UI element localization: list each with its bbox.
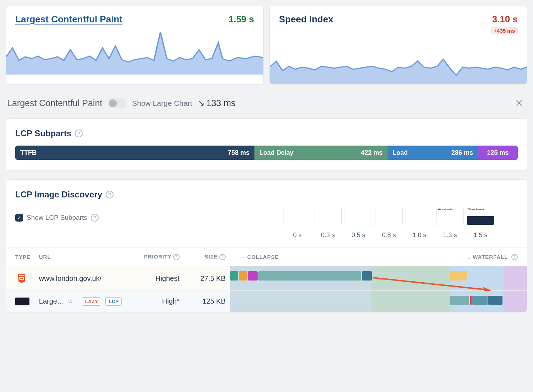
row-url-sub: w…: [68, 298, 78, 304]
close-icon[interactable]: ✕: [512, 96, 526, 110]
col-priority[interactable]: PRIORITY?: [134, 248, 184, 266]
svg-line-0: [373, 278, 487, 290]
filmstrip-thumb[interactable]: [375, 207, 403, 225]
waterfall-table: TYPE URL PRIORITY? SIZE? → COLLAPSE: [6, 247, 527, 312]
row-priority: High*: [134, 291, 184, 312]
checkbox-label: Show LCP Subparts: [27, 214, 87, 222]
help-icon[interactable]: ?: [75, 130, 83, 137]
detail-title: Largest Contentful Paint: [7, 98, 102, 108]
filmstrip-time: 1.5 s: [467, 232, 494, 239]
lcp-pill: LCP: [105, 297, 122, 306]
image-icon: [15, 298, 29, 305]
toggle-knob: [109, 99, 117, 107]
large-chart-toggle[interactable]: [108, 98, 126, 108]
row-url: www.london.gov.uk/: [39, 274, 101, 282]
trend-down-icon: ↘: [198, 99, 204, 108]
table-row[interactable]: www.london.gov.uk/ Highest 27.5 KB: [6, 266, 527, 291]
filmstrip-time: 0.5 s: [345, 232, 372, 239]
filmstrip-thumb[interactable]: [406, 207, 433, 225]
subpart-value: 286 ms: [451, 149, 473, 157]
help-icon[interactable]: ?: [91, 214, 99, 222]
row-priority: Highest: [134, 266, 184, 291]
filmstrip-thumb[interactable]: [345, 207, 372, 225]
subpart-value: 125 ms: [487, 149, 509, 157]
row-url: Large…: [39, 297, 64, 305]
si-delta-badge: +435 ms: [491, 27, 518, 34]
row-size: 125 KB: [184, 291, 230, 312]
si-sparkline: [270, 38, 527, 84]
help-icon: ?: [511, 254, 518, 260]
filmstrip-thumb[interactable]: [284, 207, 311, 225]
col-waterfall[interactable]: → COLLAPSE ↓ WATERFALL ?: [230, 248, 527, 266]
col-size[interactable]: SIZE?: [184, 248, 230, 266]
col-type: TYPE: [6, 248, 35, 266]
filmstrip-time: 0.3 s: [314, 232, 342, 239]
speed-index-card[interactable]: Speed Index 3.10 s +435 ms: [269, 6, 527, 85]
filmstrip: We are London. We are London. 0 s 0.3 s …: [284, 207, 518, 239]
lcp-sparkline: [6, 28, 263, 75]
si-value: 3.10 s: [491, 14, 518, 25]
lcp-discovery-panel: LCP Image Discovery ? ✓ Show LCP Subpart…: [6, 179, 527, 312]
trend-value: 133 ms: [207, 98, 236, 108]
collapse-button[interactable]: → COLLAPSE: [239, 254, 279, 260]
filmstrip-time: 0 s: [284, 232, 311, 239]
help-icon: ?: [173, 254, 180, 260]
arrow-right-icon: →: [239, 254, 245, 260]
subparts-title: LCP Subparts: [15, 129, 71, 138]
lazy-pill: LAZY: [82, 297, 101, 306]
arrow-down-icon: ↓: [467, 254, 471, 260]
filmstrip-thumb[interactable]: We are London.: [436, 207, 464, 225]
lcp-value: 1.59 s: [229, 14, 254, 25]
filmstrip-time: 1.3 s: [436, 232, 464, 239]
toggle-label: Show Large Chart: [132, 99, 192, 108]
html5-icon: [15, 272, 28, 285]
row-waterfall: [230, 291, 527, 312]
table-row[interactable]: Large… w… LAZY LCP High* 125 KB: [6, 291, 527, 312]
subparts-bar: TTFB 758 ms Load Delay 422 ms Load 286 m…: [15, 146, 518, 160]
filmstrip-time: 0.8 s: [375, 232, 403, 239]
subpart-label: Load: [392, 149, 408, 157]
help-icon[interactable]: ?: [106, 191, 114, 198]
subpart-value: 422 ms: [361, 149, 383, 157]
col-url: URL: [35, 248, 134, 266]
subpart-value: 758 ms: [228, 149, 249, 157]
filmstrip-thumb[interactable]: We are London.: [467, 207, 494, 225]
subpart-label: Load Delay: [259, 149, 293, 157]
row-waterfall: [230, 266, 527, 291]
lcp-title[interactable]: Largest Contentful Paint: [15, 14, 122, 25]
si-title: Speed Index: [279, 14, 333, 25]
lcp-card[interactable]: Largest Contentful Paint 1.59 s: [6, 6, 264, 85]
discovery-title: LCP Image Discovery: [15, 190, 102, 200]
show-subparts-checkbox[interactable]: ✓: [15, 214, 23, 222]
lcp-subparts-panel: LCP Subparts ? TTFB 758 ms Load Delay 42…: [6, 118, 527, 171]
filmstrip-thumb[interactable]: [314, 207, 342, 225]
filmstrip-time: 1.0 s: [406, 232, 433, 239]
subpart-label: TTFB: [20, 149, 37, 157]
row-size: 27.5 KB: [184, 266, 230, 291]
help-icon: ?: [219, 254, 226, 260]
